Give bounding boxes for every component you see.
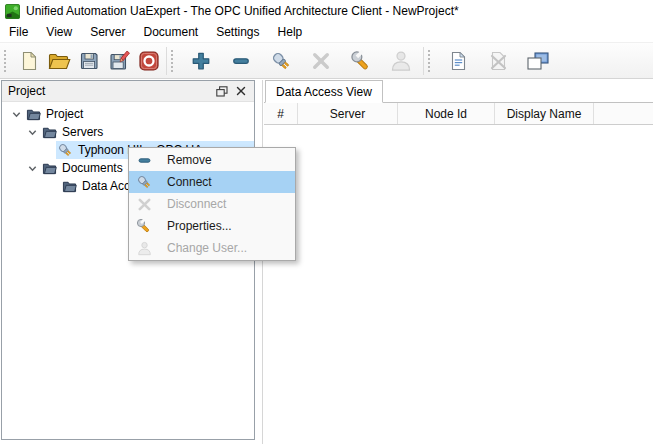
context-menu-item-remove[interactable]: Remove [129, 149, 295, 171]
new-document-button[interactable] [14, 46, 44, 76]
tab-label: Data Access View [276, 85, 372, 99]
toolbar-separator [423, 47, 424, 75]
menu-document[interactable]: Document [134, 22, 207, 42]
properties-wrench-icon [129, 218, 159, 234]
context-menu-label: Properties... [159, 219, 232, 233]
open-project-icon [47, 50, 71, 72]
add-document-icon [448, 50, 468, 72]
remove-server-icon [231, 51, 251, 71]
menu-settings[interactable]: Settings [207, 22, 268, 42]
add-server-icon [191, 51, 211, 71]
change-user-icon [390, 50, 412, 72]
document-tab-bar: Data Access View [264, 80, 653, 103]
toolbar-drag-handle[interactable] [4, 50, 9, 72]
folder-icon [40, 161, 58, 175]
context-menu-item-properties[interactable]: Properties... [129, 215, 295, 237]
data-access-view-panel: Data Access View # Server Node Id Displa… [264, 80, 653, 444]
chevron-down-icon[interactable] [8, 110, 24, 119]
project-panel-header: Project [2, 81, 254, 102]
tab-data-access-view[interactable]: Data Access View [265, 80, 383, 103]
tree-item-label: Documents [58, 161, 123, 175]
server-properties-icon [350, 50, 372, 72]
toolbar-drag-handle[interactable] [171, 50, 176, 72]
menu-view[interactable]: View [37, 22, 81, 42]
context-menu-label: Change User... [159, 241, 247, 255]
toolbar-separator [166, 47, 167, 75]
save-project-as-icon [108, 50, 130, 72]
disconnect-server-icon [311, 51, 331, 71]
project-panel-title: Project [8, 84, 212, 98]
add-document-button[interactable] [443, 46, 473, 76]
toolbar-document-group [438, 46, 558, 76]
menu-server[interactable]: Server [81, 22, 134, 42]
arrange-windows-icon [526, 51, 550, 71]
context-menu-label: Connect [159, 175, 212, 189]
connect-server-icon [270, 50, 292, 72]
remove-document-button [483, 46, 513, 76]
float-panel-button[interactable] [212, 83, 231, 100]
context-menu-item-disconnect: Disconnect [129, 193, 295, 215]
tree-item-label: Project [42, 107, 83, 121]
tree-item-servers[interactable]: Servers [2, 123, 254, 141]
folder-icon [24, 107, 42, 121]
tree-item-project[interactable]: Project [2, 105, 254, 123]
title-bar: Unified Automation UaExpert - The OPC Un… [0, 0, 653, 22]
menu-help[interactable]: Help [269, 22, 312, 42]
add-server-button[interactable] [186, 46, 216, 76]
remove-document-icon [488, 50, 508, 72]
change-user-button [386, 46, 416, 76]
arrange-windows-button[interactable] [523, 46, 553, 76]
remove-server-button[interactable] [226, 46, 256, 76]
disconnect-x-icon [129, 197, 159, 212]
disconnect-server-button [306, 46, 336, 76]
remove-minus-icon [129, 153, 159, 168]
toolbar [0, 42, 653, 79]
toolbar-file-group [14, 46, 164, 76]
close-panel-button[interactable] [231, 83, 250, 100]
toolbar-server-group [181, 46, 421, 76]
plug-icon [56, 142, 74, 158]
save-project-icon [78, 50, 100, 72]
column-header-display-name[interactable]: Display Name [495, 103, 594, 124]
folder-icon [60, 179, 78, 193]
server-context-menu: Remove Connect Disconnect Properties... … [128, 147, 296, 261]
data-table-header: # Server Node Id Display Name Value [264, 103, 653, 125]
server-properties-button[interactable] [346, 46, 376, 76]
panel-splitter[interactable] [262, 80, 263, 444]
menu-file[interactable]: File [0, 22, 37, 42]
chevron-down-icon[interactable] [24, 128, 40, 137]
column-header-node-id[interactable]: Node Id [398, 103, 495, 124]
window-title: Unified Automation UaExpert - The OPC Un… [26, 4, 459, 18]
context-menu-label: Remove [159, 153, 212, 167]
menu-bar: File View Server Document Settings Help [0, 22, 653, 42]
context-menu-item-change-user: Change User... [129, 237, 295, 259]
connect-server-button[interactable] [266, 46, 296, 76]
column-header-index[interactable]: # [264, 103, 298, 124]
connect-plug-icon [129, 174, 159, 190]
context-menu-item-connect[interactable]: Connect [129, 171, 295, 193]
change-user-icon [129, 241, 159, 256]
open-project-button[interactable] [44, 46, 74, 76]
float-icon [216, 86, 228, 97]
save-project-button[interactable] [74, 46, 104, 76]
uaexpert-logo-icon [5, 4, 20, 19]
tree-item-label: Servers [58, 125, 103, 139]
chevron-down-icon[interactable] [24, 164, 40, 173]
close-icon [236, 86, 246, 96]
context-menu-label: Disconnect [159, 197, 226, 211]
exit-icon [138, 50, 160, 72]
column-header-value[interactable]: Value [594, 103, 653, 124]
column-header-server[interactable]: Server [298, 103, 398, 124]
new-document-icon [18, 50, 40, 72]
exit-button[interactable] [134, 46, 164, 76]
save-project-as-button[interactable] [104, 46, 134, 76]
folder-icon [40, 125, 58, 139]
toolbar-drag-handle[interactable] [428, 50, 433, 72]
